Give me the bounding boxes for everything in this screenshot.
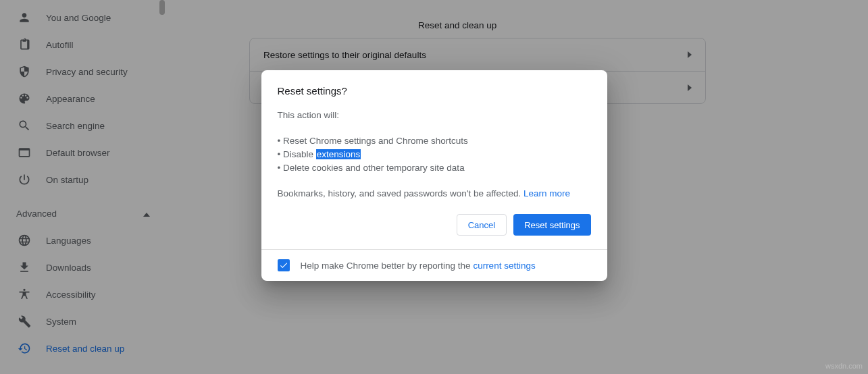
dialog-text: This action will: Reset Chrome settings …: [278, 109, 591, 201]
watermark: wsxdn.com: [825, 362, 863, 370]
reset-settings-dialog: Reset settings? This action will: Reset …: [261, 70, 607, 281]
dialog-title: Reset settings?: [278, 85, 591, 97]
bullet-delete: Delete cookies and other temporary site …: [278, 161, 591, 175]
report-checkbox[interactable]: [278, 259, 290, 271]
reset-settings-button[interactable]: Reset settings: [513, 214, 590, 236]
bullet-disable: Disable extensions: [278, 148, 591, 161]
bullet-reset: Reset Chrome settings and Chrome shortcu…: [278, 134, 591, 148]
footer-text: Help make Chrome better by reporting the…: [301, 261, 536, 271]
dialog-intro: This action will:: [278, 109, 591, 122]
cancel-button[interactable]: Cancel: [457, 214, 507, 236]
highlighted-text: extensions: [316, 149, 361, 159]
learn-more-link[interactable]: Learn more: [524, 188, 570, 198]
dialog-note: Bookmarks, history, and saved passwords …: [278, 187, 591, 201]
current-settings-link[interactable]: current settings: [473, 261, 535, 271]
dialog-footer: Help make Chrome better by reporting the…: [261, 249, 607, 281]
modal-overlay: Reset settings? This action will: Reset …: [0, 0, 868, 374]
